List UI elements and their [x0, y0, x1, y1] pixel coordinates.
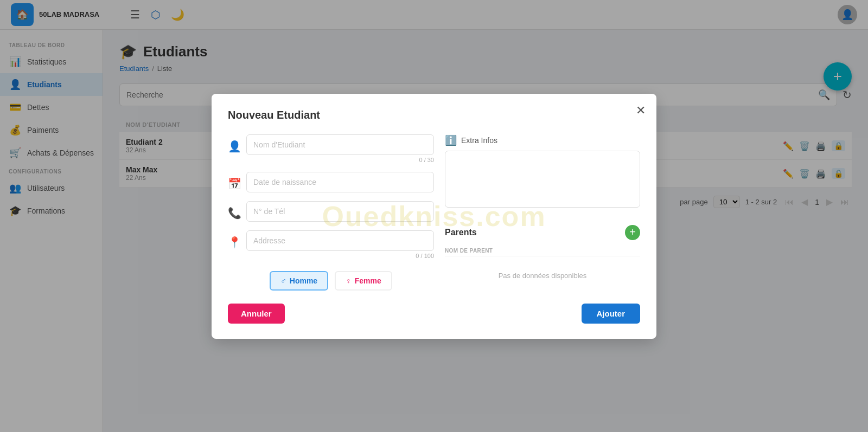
- date-field: 📅: [228, 172, 434, 192]
- adresse-field-wrap: 0 / 100: [246, 230, 434, 259]
- modal-overlay[interactable]: Nouveau Etudiant ✕ 👤 0 / 30 📅: [0, 0, 868, 432]
- extra-info-label: Extra Infos: [461, 136, 497, 145]
- parents-col-header: NOM DE PARENT: [445, 246, 640, 256]
- tel-input[interactable]: [246, 201, 434, 222]
- extra-info-header: ℹ️ Extra Infos: [445, 134, 640, 146]
- adresse-input[interactable]: [246, 230, 434, 251]
- extra-info-textarea[interactable]: [445, 151, 640, 208]
- adresse-counter: 0 / 100: [246, 253, 434, 259]
- date-input[interactable]: [246, 172, 434, 192]
- parents-header: Parents +: [445, 225, 640, 240]
- annuler-button[interactable]: Annuler: [228, 304, 285, 324]
- tel-field: 📞: [228, 201, 434, 222]
- gender-group: ♂ Homme ♀ Femme: [228, 271, 434, 291]
- nom-field: 👤 0 / 30: [228, 134, 434, 163]
- modal-title: Nouveau Etudiant: [228, 109, 640, 121]
- femme-button[interactable]: ♀ Femme: [335, 271, 392, 291]
- modal-footer: Annuler Ajouter: [228, 304, 640, 324]
- adresse-field: 📍 0 / 100: [228, 230, 434, 259]
- nom-counter: 0 / 30: [246, 157, 434, 163]
- person-icon: 👤: [228, 140, 241, 153]
- modal: Nouveau Etudiant ✕ 👤 0 / 30 📅: [212, 94, 656, 339]
- femme-label: Femme: [355, 276, 381, 285]
- modal-form-right: ℹ️ Extra Infos Parents + NOM DE PARENT P…: [445, 134, 640, 291]
- nom-field-wrap: 0 / 30: [246, 134, 434, 163]
- femme-icon: ♀: [346, 276, 352, 285]
- homme-label: Homme: [290, 276, 317, 285]
- modal-close-button[interactable]: ✕: [636, 104, 646, 118]
- parents-title: Parents: [445, 228, 477, 237]
- nom-input[interactable]: [246, 134, 434, 155]
- extra-info-wrap: ℹ️ Extra Infos: [445, 134, 640, 217]
- add-parent-button[interactable]: +: [625, 225, 640, 240]
- homme-icon: ♂: [280, 276, 286, 285]
- tel-field-wrap: [246, 201, 434, 222]
- modal-body: 👤 0 / 30 📅 📞: [228, 134, 640, 291]
- modal-form-left: 👤 0 / 30 📅 📞: [228, 134, 434, 291]
- ajouter-button[interactable]: Ajouter: [582, 304, 641, 324]
- phone-icon: 📞: [228, 207, 241, 220]
- no-data-label: Pas de données disponibles: [445, 261, 640, 291]
- date-field-wrap: [246, 172, 434, 192]
- homme-button[interactable]: ♂ Homme: [270, 271, 328, 291]
- parents-section: Parents + NOM DE PARENT Pas de données d…: [445, 225, 640, 291]
- calendar-icon: 📅: [228, 177, 241, 190]
- location-icon: 📍: [228, 236, 241, 249]
- info-icon: ℹ️: [445, 134, 457, 146]
